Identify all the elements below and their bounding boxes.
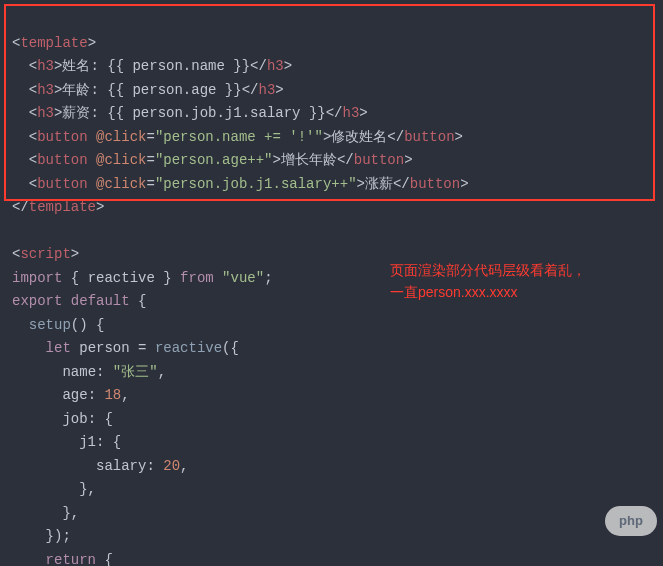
code-line: <h3>姓名: {{ person.name }}</h3> bbox=[12, 58, 292, 74]
code-line: }, bbox=[12, 481, 96, 497]
code-line: return { bbox=[12, 552, 113, 567]
code-line: <h3>年龄: {{ person.age }}</h3> bbox=[12, 82, 284, 98]
code-line: <button @click="person.job.j1.salary++">… bbox=[12, 176, 469, 192]
annotation-line: 一直person.xxx.xxxx bbox=[390, 281, 650, 303]
code-line: setup() { bbox=[12, 317, 104, 333]
code-line: let person = reactive({ bbox=[12, 340, 239, 356]
code-line: job: { bbox=[12, 411, 113, 427]
code-line: }, bbox=[12, 505, 79, 521]
annotation-line: 页面渲染部分代码层级看着乱， bbox=[390, 259, 650, 281]
code-line: j1: { bbox=[12, 434, 121, 450]
code-line: export default { bbox=[12, 293, 146, 309]
code-line: <template> bbox=[12, 35, 96, 51]
code-line: <h3>薪资: {{ person.job.j1.salary }}</h3> bbox=[12, 105, 368, 121]
code-line: }); bbox=[12, 528, 71, 544]
code-line: <button @click="person.name += '!'">修改姓名… bbox=[12, 129, 463, 145]
code-line: age: 18, bbox=[12, 387, 130, 403]
code-line: </template> bbox=[12, 199, 104, 215]
code-line: <script> bbox=[12, 246, 79, 262]
code-line: <button @click="person.age++">增长年龄</butt… bbox=[12, 152, 413, 168]
annotation-text: 页面渲染部分代码层级看着乱， 一直person.xxx.xxxx bbox=[390, 259, 650, 303]
code-line: name: "张三", bbox=[12, 364, 166, 380]
code-line: import { reactive } from "vue"; bbox=[12, 270, 273, 286]
code-line: salary: 20, bbox=[12, 458, 188, 474]
php-watermark-icon: php bbox=[605, 506, 657, 536]
